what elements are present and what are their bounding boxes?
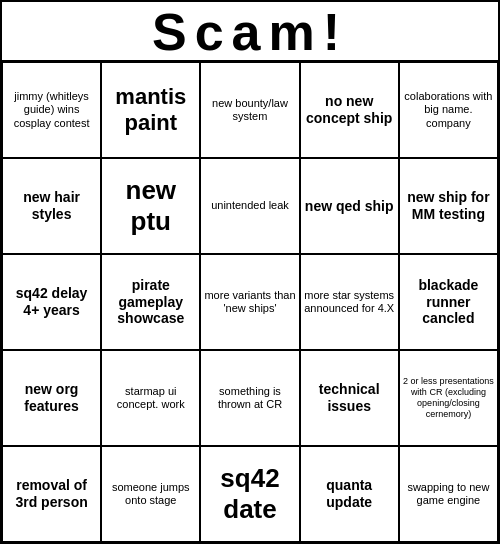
bingo-cell-6[interactable]: new ptu [101, 158, 200, 254]
bingo-cell-23[interactable]: quanta update [300, 446, 399, 542]
bingo-cell-24[interactable]: swapping to new game engine [399, 446, 498, 542]
bingo-cell-3[interactable]: no new concept ship [300, 62, 399, 158]
bingo-grid: jimmy (whitleys guide) wins cosplay cont… [2, 62, 498, 542]
bingo-cell-11[interactable]: pirate gameplay showcase [101, 254, 200, 350]
bingo-cell-13[interactable]: more star systems announced for 4.X [300, 254, 399, 350]
bingo-cell-15[interactable]: new org features [2, 350, 101, 446]
bingo-cell-21[interactable]: someone jumps onto stage [101, 446, 200, 542]
bingo-cell-18[interactable]: technical issues [300, 350, 399, 446]
bingo-cell-2[interactable]: new bounty/law system [200, 62, 299, 158]
bingo-cell-12[interactable]: more variants than 'new ships' [200, 254, 299, 350]
bingo-cell-5[interactable]: new hair styles [2, 158, 101, 254]
bingo-cell-8[interactable]: new qed ship [300, 158, 399, 254]
bingo-cell-16[interactable]: starmap ui concept. work [101, 350, 200, 446]
bingo-cell-9[interactable]: new ship for MM testing [399, 158, 498, 254]
bingo-cell-22[interactable]: sq42 date [200, 446, 299, 542]
bingo-cell-10[interactable]: sq42 delay 4+ years [2, 254, 101, 350]
bingo-cell-7[interactable]: unintended leak [200, 158, 299, 254]
bingo-card: Scam! jimmy (whitleys guide) wins cospla… [0, 0, 500, 544]
bingo-cell-1[interactable]: mantis paint [101, 62, 200, 158]
bingo-cell-20[interactable]: removal of 3rd person [2, 446, 101, 542]
bingo-cell-4[interactable]: colaborations with big name. company [399, 62, 498, 158]
bingo-cell-14[interactable]: blackade runner cancled [399, 254, 498, 350]
bingo-cell-17[interactable]: something is thrown at CR [200, 350, 299, 446]
bingo-cell-0[interactable]: jimmy (whitleys guide) wins cosplay cont… [2, 62, 101, 158]
bingo-cell-19[interactable]: 2 or less presentations with CR (excludi… [399, 350, 498, 446]
bingo-title: Scam! [2, 2, 498, 62]
